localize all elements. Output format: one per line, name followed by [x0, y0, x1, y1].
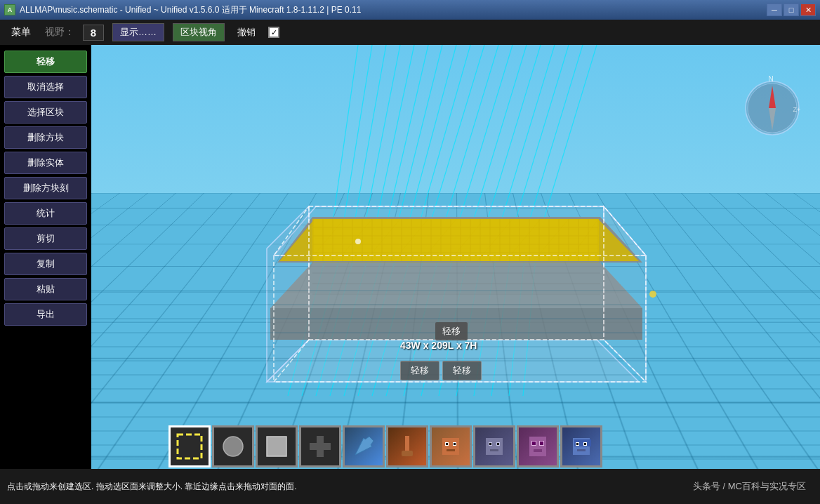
- sidebar-item-paste[interactable]: 粘贴: [4, 278, 87, 300]
- titlebar-title: ALLMAP\music.schematic - Unified ~ Unifi…: [20, 4, 361, 16]
- app-icon: A: [4, 4, 15, 15]
- sidebar-item-cut[interactable]: 剪切: [4, 227, 87, 250]
- sidebar-item-delete-entity[interactable]: 删除实体: [4, 152, 87, 174]
- status-text: 点击或拖动来创建选区. 拖动选区面来调整大小. 靠近边缘点击来拖动对面的面.: [7, 481, 693, 493]
- watermark-text: 头条号 / MC百科与实况专区: [693, 480, 806, 493]
- close-button[interactable]: ✕: [800, 4, 816, 16]
- display-button[interactable]: 显示……: [112, 23, 164, 41]
- titlebar-left: A ALLMAP\music.schematic - Unified ~ Uni…: [4, 4, 361, 16]
- svg-text:Z+: Z+: [793, 106, 801, 113]
- hotbar-slot-2[interactable]: [212, 425, 254, 467]
- svg-point-101: [649, 291, 656, 298]
- chunk-button[interactable]: 区块视角: [173, 23, 225, 41]
- svg-rect-122: [178, 435, 201, 458]
- sidebar-item-copy[interactable]: 复制: [4, 253, 87, 275]
- hotbar-slot-8[interactable]: [473, 425, 515, 467]
- svg-rect-129: [402, 451, 413, 456]
- svg-rect-139: [489, 443, 491, 445]
- hotbar-slot-5[interactable]: [343, 425, 385, 467]
- sidebar-item-delete-block[interactable]: 删除方块: [4, 126, 87, 149]
- svg-rect-145: [532, 442, 536, 445]
- svg-rect-135: [447, 449, 455, 451]
- svg-rect-154: [577, 449, 586, 451]
- sidebar-item-qingyi[interactable]: 轻移: [4, 51, 87, 73]
- viewport[interactable]: N Z+ 轻移 43W x 209L x 7H 轻移 轻移: [91, 45, 820, 469]
- hotbar-slot-3[interactable]: [256, 425, 298, 467]
- svg-rect-133: [446, 443, 448, 445]
- svg-rect-146: [540, 442, 543, 445]
- svg-rect-136: [486, 438, 503, 455]
- svg-rect-141: [490, 449, 498, 451]
- hotbar-slot-6[interactable]: [386, 425, 428, 467]
- menu-button[interactable]: 菜单: [6, 23, 37, 41]
- check-box[interactable]: [268, 27, 279, 38]
- svg-rect-55: [312, 219, 599, 261]
- minimize-button[interactable]: ─: [767, 4, 782, 16]
- svg-rect-147: [534, 449, 542, 452]
- hotbar-slot-10[interactable]: [560, 425, 602, 467]
- svg-rect-152: [576, 443, 578, 445]
- sidebar-item-select-chunk[interactable]: 选择区块: [4, 101, 87, 124]
- view-label: 视野：: [45, 26, 74, 39]
- svg-marker-56: [270, 263, 642, 308]
- svg-rect-126: [310, 443, 331, 450]
- svg-point-123: [223, 437, 243, 456]
- svg-rect-142: [529, 437, 546, 456]
- sidebar-item-delete-tick[interactable]: 删除方块刻: [4, 177, 87, 199]
- window-controls: ─ □ ✕: [767, 4, 816, 16]
- sidebar-item-stats[interactable]: 统计: [4, 202, 87, 225]
- tooltip-qingyi: 轻移: [435, 322, 468, 340]
- dimension-label: 43W x 209L x 7H: [400, 340, 477, 351]
- bottom-toolbar: 点击或拖动来创建选区. 拖动选区面来调整大小. 靠近边缘点击来拖动对面的面. 头…: [0, 469, 820, 504]
- svg-point-102: [355, 239, 361, 244]
- titlebar: A ALLMAP\music.schematic - Unified ~ Uni…: [0, 0, 820, 20]
- svg-text:N: N: [768, 75, 773, 83]
- viewport-canvas: N Z+: [91, 45, 820, 469]
- undo-button[interactable]: 撤销: [233, 25, 260, 40]
- hotbar-slot-4[interactable]: [299, 425, 341, 467]
- menubar: 菜单 视野： 8 显示…… 区块视角 撤销: [0, 20, 820, 45]
- svg-rect-130: [442, 438, 459, 455]
- maximize-button[interactable]: □: [783, 4, 799, 16]
- hotbar-slot-7[interactable]: [430, 425, 472, 467]
- hotbar-slot-1[interactable]: [168, 425, 211, 467]
- hotbar-slot-9[interactable]: [517, 425, 559, 467]
- sidebar: 轻移 取消选择 选择区块 删除方块 删除实体 删除方块刻 统计 剪切 复制 粘贴…: [0, 45, 91, 469]
- svg-rect-153: [584, 443, 586, 445]
- action-btn-2[interactable]: 轻移: [442, 361, 482, 380]
- svg-rect-124: [267, 437, 286, 456]
- svg-rect-140: [497, 443, 499, 445]
- action-buttons: 轻移 轻移: [400, 361, 482, 380]
- sidebar-item-export[interactable]: 导出: [4, 303, 87, 326]
- svg-marker-127: [355, 437, 373, 455]
- svg-rect-134: [454, 443, 456, 445]
- view-value[interactable]: 8: [83, 25, 104, 41]
- action-btn-1[interactable]: 轻移: [400, 361, 439, 380]
- hotbar: [168, 425, 602, 467]
- sidebar-item-cancel-select[interactable]: 取消选择: [4, 76, 87, 98]
